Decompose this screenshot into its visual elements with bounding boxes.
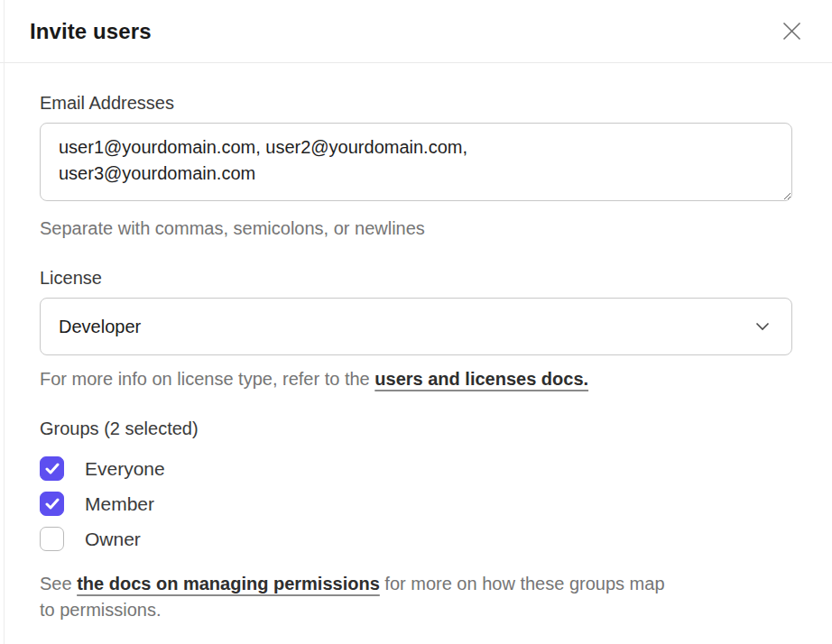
email-addresses-input[interactable]: user1@yourdomain.com, user2@yourdomain.c… <box>40 123 792 201</box>
managing-permissions-docs-link[interactable]: the docs on managing permissions <box>77 574 380 593</box>
chevron-down-icon <box>755 322 770 331</box>
email-helper-text: Separate with commas, semicolons, or new… <box>40 216 792 241</box>
groups-note-prefix: See <box>40 574 77 593</box>
group-option-label: Everyone <box>85 458 165 480</box>
license-select[interactable]: Developer <box>40 298 792 355</box>
license-helper-text: For more info on license type, refer to … <box>40 367 792 391</box>
modal-body: Email Addresses user1@yourdomain.com, us… <box>0 63 832 623</box>
checkmark-icon <box>45 463 60 474</box>
groups-note-text: See the docs on managing permissions for… <box>40 571 792 623</box>
modal-left-edge <box>4 0 5 644</box>
everyone-checkbox[interactable] <box>40 456 64 481</box>
license-field: License Developer For more info on licen… <box>40 268 792 391</box>
group-option-member: Member <box>40 492 792 516</box>
member-checkbox[interactable] <box>40 492 64 516</box>
groups-field: Groups (2 selected) Everyone Member <box>40 419 792 623</box>
license-label: License <box>40 268 792 289</box>
owner-checkbox[interactable] <box>40 527 64 551</box>
license-helper-prefix: For more info on license type, refer to … <box>40 369 374 389</box>
checkmark-icon <box>45 498 60 510</box>
modal-title: Invite users <box>30 19 152 44</box>
group-option-label: Owner <box>85 529 141 550</box>
modal-header: Invite users <box>0 0 832 63</box>
users-licenses-docs-link[interactable]: users and licenses docs. <box>374 369 588 389</box>
groups-label: Groups (2 selected) <box>40 419 792 439</box>
close-button[interactable] <box>778 18 805 45</box>
group-option-label: Member <box>85 493 154 515</box>
invite-users-modal: Invite users Email Addresses user1@yourd… <box>0 0 832 623</box>
email-addresses-label: Email Addresses <box>40 93 792 114</box>
license-selected-value: Developer <box>59 317 141 337</box>
close-icon <box>781 21 802 41</box>
group-option-everyone: Everyone <box>40 456 792 481</box>
email-addresses-field: Email Addresses user1@yourdomain.com, us… <box>40 93 792 241</box>
group-option-owner: Owner <box>40 527 792 551</box>
